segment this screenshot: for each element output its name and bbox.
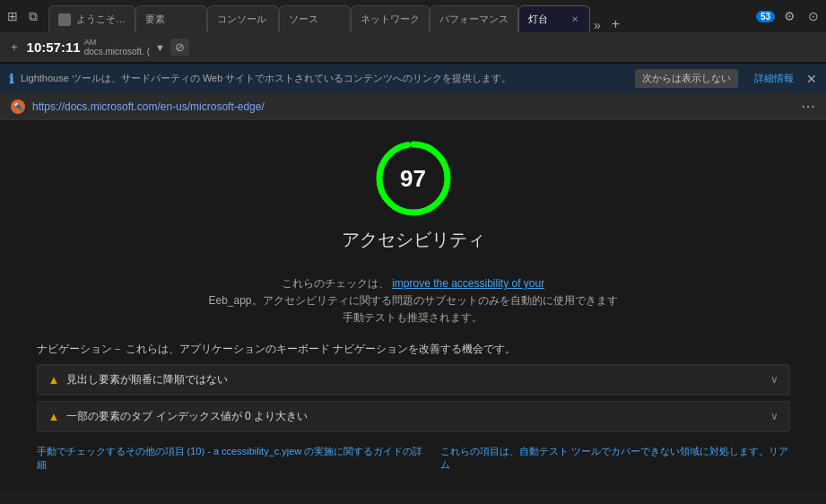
block-icon[interactable]: ⊘	[170, 39, 189, 56]
time-ampm: AM	[84, 38, 150, 47]
tab-welcome-label: ようこそ…	[76, 13, 126, 26]
score-circle: 97	[373, 138, 454, 219]
issue-warning-icon-2: ▲	[48, 410, 60, 423]
info-circle-icon: ℹ	[9, 72, 13, 86]
new-tab-icon[interactable]: ⊞	[4, 5, 22, 27]
time-suffix: docs.microsoft. (	[84, 47, 150, 56]
tab-lighthouse-close[interactable]: ✕	[570, 13, 580, 26]
tab-elements[interactable]: 要素	[135, 5, 207, 32]
issue-chevron-2: ∨	[770, 410, 778, 422]
info-bar-text: Lighthouse ツールは、サードパーティの Web サイトでホストされてい…	[21, 72, 628, 85]
settings-icon[interactable]: ⚙	[780, 5, 799, 27]
time-value: 10:57:11	[27, 39, 81, 55]
detail-link[interactable]: 詳細情報	[754, 72, 794, 85]
tab-performance-label: パフォーマンス	[439, 13, 509, 26]
issue-text-1: 見出し要素が順番に降順ではない	[66, 372, 769, 387]
time-display: 10:57:11 AM docs.microsoft. (	[27, 38, 150, 56]
description-line2: Eeb_app。アクセシビリティに関する問題のサブセットのみを自動的に使用できま…	[208, 294, 617, 307]
more-tabs-button[interactable]: »	[590, 18, 604, 32]
dismiss-button[interactable]: 次からは表示しない	[635, 69, 738, 88]
lighthouse-favicon: 🔦	[11, 100, 25, 114]
issue-chevron-1: ∨	[770, 373, 778, 386]
accessibility-link[interactable]: improve the accessibility of your	[392, 277, 544, 290]
back-icon[interactable]: +	[7, 39, 22, 56]
tab-performance[interactable]: パフォーマンス	[430, 5, 518, 32]
tab-console-label: コンソール	[217, 13, 269, 26]
footer-area: 手動でチェックするその他の項目 (10) - a ccessibility_c.…	[28, 438, 799, 472]
tab-source-label: ソース	[289, 13, 341, 26]
tab-elements-label: 要素	[145, 13, 197, 26]
footer-left-text[interactable]: 手動でチェックするその他の項目 (10) - a ccessibility_c.…	[37, 446, 423, 470]
tab-network-label: ネットワーク	[361, 13, 420, 26]
tab-lighthouse[interactable]: 灯台 ✕	[518, 5, 590, 32]
url-row: 🔦 https://docs.microsoft.com/en-us/micro…	[0, 93, 826, 120]
footer-right: これらの項目は、自動テスト ツールでカバーできない領域に対処します。リアム	[440, 445, 789, 472]
tab-favicon	[58, 13, 71, 26]
info-bar: ℹ Lighthouse ツールは、サードパーティの Web サイトでホストされ…	[0, 64, 826, 93]
issue-text-2: 一部の要素のタブ インデックス値が 0 より大きい	[66, 409, 769, 424]
footer-left: 手動でチェックするその他の項目 (10) - a ccessibility_c.…	[37, 445, 423, 472]
profile-icon[interactable]: ⊙	[804, 5, 822, 27]
description-line1: これらのチェックは、	[282, 277, 389, 290]
tab-lighthouse-label: 灯台	[528, 13, 564, 26]
tab-welcome[interactable]: ようこそ…	[48, 5, 135, 32]
info-bar-message: Lighthouse ツールは、サードパーティの Web サイトでホストされてい…	[21, 73, 511, 83]
issue-warning-icon-1: ▲	[48, 373, 60, 387]
add-tab-button[interactable]: +	[604, 16, 627, 32]
score-number: 97	[400, 165, 426, 193]
issue-row-2[interactable]: ▲ 一部の要素のタブ インデックス値が 0 より大きい ∨	[37, 401, 790, 432]
url-display[interactable]: https://docs.microsoft.com/en-us/microso…	[32, 100, 794, 113]
tab-bar: ⊞ ⧉ ようこそ… 要素 コンソール ソース ネットワーク	[0, 0, 826, 32]
tab-console[interactable]: コンソール	[207, 5, 279, 32]
url-menu-icon[interactable]: ⋯	[801, 98, 815, 115]
tab-grid-icon[interactable]: ⧉	[25, 5, 41, 28]
tab-source[interactable]: ソース	[279, 5, 351, 32]
notification-badge[interactable]: 53	[756, 11, 775, 22]
description-line3: 手動テストも推奨されます。	[343, 311, 483, 324]
tabs-container: ようこそ… 要素 コンソール ソース ネットワーク パフォーマンス	[48, 0, 754, 32]
toolbar: + 10:57:11 AM docs.microsoft. ( ▼ ⊘	[0, 32, 826, 63]
description-area: これらのチェックは、 improve the accessibility of …	[208, 275, 617, 327]
main-content: 97 アクセシビリティ これらのチェックは、 improve the acces…	[0, 120, 826, 490]
nav-section-title: ナビゲーション－ これらは、アプリケーションのキーボード ナビゲーションを改善す…	[37, 342, 790, 357]
tab-network[interactable]: ネットワーク	[351, 5, 430, 32]
navigation-section: ナビゲーション－ これらは、アプリケーションのキーボード ナビゲーションを改善す…	[28, 342, 799, 438]
issue-row-1[interactable]: ▲ 見出し要素が順番に降順ではない ∨	[37, 364, 790, 395]
close-info-icon[interactable]: ✕	[806, 72, 817, 86]
score-container: 97 アクセシビリティ	[342, 138, 485, 261]
score-title: アクセシビリティ	[342, 228, 485, 252]
dropdown-arrow-icon[interactable]: ▼	[155, 42, 165, 53]
